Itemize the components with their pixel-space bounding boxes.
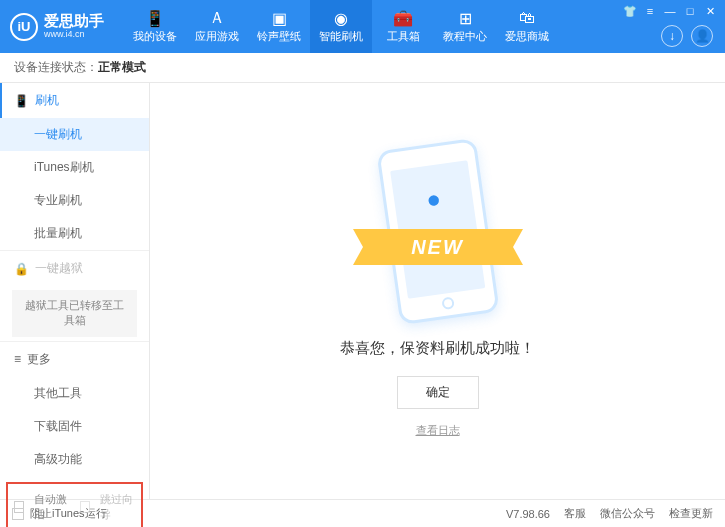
app-header: iU 爱思助手 www.i4.cn 📱我的设备 Ａ应用游戏 ▣铃声壁纸 ◉智能刷… xyxy=(0,0,725,53)
sidebar-section-flash[interactable]: 📱 刷机 xyxy=(0,83,149,118)
window-controls: 👕 ≡ — □ ✕ xyxy=(623,4,717,18)
version-label: V7.98.66 xyxy=(506,508,550,520)
user-icon[interactable]: 👤 xyxy=(691,25,713,47)
sidebar-item-itunes[interactable]: iTunes刷机 xyxy=(0,151,149,184)
list-icon: ≡ xyxy=(14,352,21,366)
logo: iU 爱思助手 www.i4.cn xyxy=(10,13,104,41)
toolbox-icon: 🧰 xyxy=(394,9,412,27)
maximize-icon[interactable]: □ xyxy=(683,4,697,18)
skin-icon[interactable]: 👕 xyxy=(623,4,637,18)
wallpaper-icon: ▣ xyxy=(270,9,288,27)
store-icon: 🛍 xyxy=(518,9,536,27)
view-log-link[interactable]: 查看日志 xyxy=(416,423,460,438)
skip-guide-checkbox[interactable] xyxy=(80,501,90,513)
status-label: 设备连接状态： xyxy=(14,59,98,76)
apps-icon: Ａ xyxy=(208,9,226,27)
sidebar-item-firmware[interactable]: 下载固件 xyxy=(0,410,149,443)
nav-store[interactable]: 🛍爱思商城 xyxy=(496,0,558,53)
sidebar-item-advanced[interactable]: 高级功能 xyxy=(0,443,149,476)
tutorial-icon: ⊞ xyxy=(456,9,474,27)
device-icon: 📱 xyxy=(146,9,164,27)
options-highlight-box: 自动激活 跳过向导 xyxy=(6,482,143,527)
lock-icon: 🔒 xyxy=(14,262,29,276)
sidebar-item-pro[interactable]: 专业刷机 xyxy=(0,184,149,217)
auto-activate-checkbox[interactable] xyxy=(14,501,24,513)
app-title: 爱思助手 xyxy=(44,13,104,30)
menu-icon[interactable]: ≡ xyxy=(643,4,657,18)
nav-ringtones[interactable]: ▣铃声壁纸 xyxy=(248,0,310,53)
phone-icon: 📱 xyxy=(14,94,29,108)
nav-tabs: 📱我的设备 Ａ应用游戏 ▣铃声壁纸 ◉智能刷机 🧰工具箱 ⊞教程中心 🛍爱思商城 xyxy=(124,0,558,53)
footer-support[interactable]: 客服 xyxy=(564,506,586,521)
success-illustration: NEW xyxy=(353,144,523,324)
new-badge: NEW xyxy=(363,229,513,265)
nav-apps[interactable]: Ａ应用游戏 xyxy=(186,0,248,53)
sidebar-item-batch[interactable]: 批量刷机 xyxy=(0,217,149,250)
sidebar: 📱 刷机 一键刷机 iTunes刷机 专业刷机 批量刷机 🔒 一键越狱 越狱工具… xyxy=(0,83,150,499)
footer-wechat[interactable]: 微信公众号 xyxy=(600,506,655,521)
flash-icon: ◉ xyxy=(332,9,350,27)
success-message: 恭喜您，保资料刷机成功啦！ xyxy=(340,339,535,358)
skip-guide-label: 跳过向导 xyxy=(100,492,135,522)
close-icon[interactable]: ✕ xyxy=(703,4,717,18)
logo-icon: iU xyxy=(10,13,38,41)
ok-button[interactable]: 确定 xyxy=(397,376,479,409)
nav-flash[interactable]: ◉智能刷机 xyxy=(310,0,372,53)
nav-toolbox[interactable]: 🧰工具箱 xyxy=(372,0,434,53)
download-icon[interactable]: ↓ xyxy=(661,25,683,47)
sidebar-item-oneclick[interactable]: 一键刷机 xyxy=(0,118,149,151)
status-bar: 设备连接状态： 正常模式 xyxy=(0,53,725,83)
app-subtitle: www.i4.cn xyxy=(44,30,104,40)
status-value: 正常模式 xyxy=(98,59,146,76)
footer-update[interactable]: 检查更新 xyxy=(669,506,713,521)
jailbreak-note: 越狱工具已转移至工具箱 xyxy=(12,290,137,337)
main-content: NEW 恭喜您，保资料刷机成功啦！ 确定 查看日志 xyxy=(150,83,725,499)
minimize-icon[interactable]: — xyxy=(663,4,677,18)
sidebar-section-jailbreak: 🔒 一键越狱 xyxy=(0,251,149,286)
nav-my-device[interactable]: 📱我的设备 xyxy=(124,0,186,53)
sidebar-section-more[interactable]: ≡ 更多 xyxy=(0,342,149,377)
auto-activate-label: 自动激活 xyxy=(34,492,69,522)
nav-tutorials[interactable]: ⊞教程中心 xyxy=(434,0,496,53)
sidebar-item-other[interactable]: 其他工具 xyxy=(0,377,149,410)
